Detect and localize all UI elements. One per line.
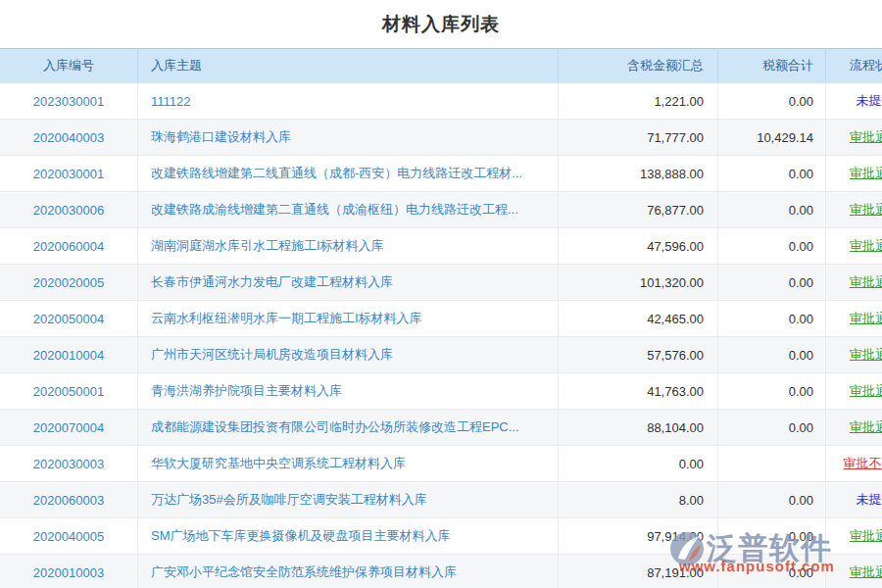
inbound-id-link[interactable]: 2020040003 [33,130,104,145]
amount-total-cell: 101,320.00 [559,265,718,301]
inbound-id-link[interactable]: 2020020005 [33,275,104,290]
flow-status-link[interactable]: 审批通过 [850,383,882,398]
inbound-id-cell: 2020070004 [0,410,138,446]
inbound-subject-link[interactable]: 湖南洞庭湖水库引水工程施工I标材料入库 [151,238,384,253]
table-row: 2020020005长春市伊通河水力发电厂改建工程材料入库101,320.000… [0,265,882,301]
inbound-id-link[interactable]: 2020050001 [33,384,104,399]
amount-total-cell: 41,763.00 [559,373,718,410]
column-header-flow-status: 流程状态 [826,49,882,83]
inbound-table: 入库编号 入库主题 含税金额汇总 税额合计 流程状态 2023030001111… [0,48,882,588]
flow-status-link[interactable]: 审批通过 [850,129,882,144]
inbound-id-link[interactable]: 2020050004 [33,312,104,326]
table-row: 2020040003珠海鹤港口建设材料入库71,777.0010,429.14审… [0,120,882,156]
inbound-subject-link[interactable]: 万达广场35#会所及咖啡厅空调安装工程材料入库 [151,492,427,507]
inbound-subject-cell: 改建铁路成渝线增建第二直通线（成渝枢纽）电力线路迁改工程... [138,192,559,228]
inbound-subject-cell: 长春市伊通河水力发电厂改建工程材料入库 [138,265,559,301]
inbound-id-link[interactable]: 2020030006 [33,203,104,218]
inbound-id-cell: 2020010003 [0,555,138,588]
amount-total-cell: 97,914.00 [559,518,718,555]
inbound-subject-cell: 111122 [138,83,559,120]
flow-status-cell: 未提交 [826,482,882,518]
flow-status-link[interactable]: 审批通过 [850,347,882,362]
flow-status-cell: 审批通过 [826,228,882,265]
inbound-id-cell: 2020030006 [0,192,138,228]
inbound-subject-cell: 华软大厦研究基地中央空调系统工程材料入库 [138,446,559,482]
inbound-subject-link[interactable]: 广安邓小平纪念馆安全防范系统维护保养项目材料入库 [151,564,457,579]
tax-total-cell: 0.00 [718,83,826,120]
flow-status-cell: 审批通过 [826,337,882,373]
inbound-id-cell: 2020030001 [0,156,138,192]
flow-status-link[interactable]: 审批通过 [850,419,882,434]
table-row: 20230300011111221,221.000.00未提交 [0,83,882,120]
inbound-subject-link[interactable]: 改建铁路成渝线增建第二直通线（成渝枢纽）电力线路迁改工程... [151,202,518,217]
flow-status-cell: 审批通过 [826,518,882,555]
flow-status-link[interactable]: 未提交 [857,492,882,507]
tax-total-cell: 0.00 [718,301,826,337]
inbound-id-link[interactable]: 2023030001 [33,94,104,109]
inbound-id-cell: 2020050004 [0,301,138,337]
table-row: 2020050004云南水利枢纽潜明水库一期工程施工I标材料入库42,465.0… [0,301,882,337]
inbound-subject-link[interactable]: 青海洪湖养护院项目主要材料入库 [151,383,342,398]
tax-total-cell: 0.00 [718,265,826,301]
column-header-subject: 入库主题 [138,49,559,83]
amount-total-cell: 0.00 [559,446,718,482]
table-body: 20230300011111221,221.000.00未提交202004000… [0,83,882,588]
tax-total-cell: 0.00 [718,410,826,446]
flow-status-link[interactable]: 审批通过 [850,202,882,217]
inbound-subject-link[interactable]: 成都能源建设集团投资有限公司临时办公场所装修改造工程EPC... [151,419,519,434]
flow-status-cell: 审批通过 [826,410,882,446]
inbound-subject-cell: 湖南洞庭湖水库引水工程施工I标材料入库 [138,228,559,265]
flow-status-cell: 审批通过 [826,301,882,337]
amount-total-cell: 76,877.00 [559,192,718,228]
inbound-id-link[interactable]: 2020010003 [33,565,104,580]
inbound-subject-link[interactable]: 改建铁路线增建第二线直通线（成都-西安）电力线路迁改工程材... [151,166,522,180]
inbound-id-link[interactable]: 2020070004 [33,420,104,435]
amount-total-cell: 71,777.00 [559,120,718,156]
table-row: 2020030003华软大厦研究基地中央空调系统工程材料入库0.00审批不通过 [0,446,882,482]
table-row: 2020040005SM广场地下车库更换摄像机及硬盘项目主要材料入库97,914… [0,518,882,555]
tax-total-cell: 0.00 [718,518,826,555]
flow-status-link[interactable]: 审批通过 [850,311,882,325]
inbound-id-cell: 2020010004 [0,337,138,373]
table-row: 2020010003广安邓小平纪念馆安全防范系统维护保养项目材料入库87,191… [0,555,882,588]
inbound-id-cell: 2023030001 [0,83,138,120]
table-row: 2020070004成都能源建设集团投资有限公司临时办公场所装修改造工程EPC.… [0,410,882,446]
inbound-subject-link[interactable]: 长春市伊通河水力发电厂改建工程材料入库 [151,274,393,289]
inbound-subject-cell: 改建铁路线增建第二线直通线（成都-西安）电力线路迁改工程材... [138,156,559,192]
inbound-subject-cell: 广州市天河区统计局机房改造项目材料入库 [138,337,559,373]
inbound-subject-link[interactable]: 华软大厦研究基地中央空调系统工程材料入库 [151,456,406,470]
inbound-id-link[interactable]: 2020060003 [33,493,104,508]
inbound-id-link[interactable]: 2020030003 [33,457,104,471]
inbound-subject-cell: SM广场地下车库更换摄像机及硬盘项目主要材料入库 [138,518,559,555]
flow-status-link[interactable]: 审批通过 [850,238,882,253]
inbound-subject-link[interactable]: SM广场地下车库更换摄像机及硬盘项目主要材料入库 [151,528,451,543]
table-row: 2020060003万达广场35#会所及咖啡厅空调安装工程材料入库8.000.0… [0,482,882,518]
flow-status-link[interactable]: 审批通过 [850,274,882,289]
inbound-subject-link[interactable]: 111122 [151,94,191,109]
flow-status-cell: 审批通过 [826,555,882,588]
inbound-id-link[interactable]: 2020030001 [33,167,104,181]
amount-total-cell: 47,596.00 [559,228,718,265]
flow-status-cell: 审批通过 [826,192,882,228]
inbound-subject-cell: 成都能源建设集团投资有限公司临时办公场所装修改造工程EPC... [138,410,559,446]
inbound-subject-link[interactable]: 广州市天河区统计局机房改造项目材料入库 [151,347,393,362]
inbound-subject-cell: 万达广场35#会所及咖啡厅空调安装工程材料入库 [138,482,559,518]
inbound-id-link[interactable]: 2020040005 [33,529,104,544]
flow-status-link[interactable]: 审批通过 [850,528,882,543]
flow-status-cell: 未提交 [826,83,882,120]
inbound-subject-link[interactable]: 云南水利枢纽潜明水库一期工程施工I标材料入库 [151,311,422,325]
inbound-id-link[interactable]: 2020060004 [33,239,104,254]
amount-total-cell: 87,191.00 [559,555,718,588]
table-row: 2020060004湖南洞庭湖水库引水工程施工I标材料入库47,596.000.… [0,228,882,265]
flow-status-link[interactable]: 审批不通过 [844,456,882,470]
flow-status-link[interactable]: 审批通过 [850,564,882,579]
inbound-id-link[interactable]: 2020010004 [33,348,104,363]
tax-total-cell: 0.00 [718,555,826,588]
amount-total-cell: 138,888.00 [559,156,718,192]
inbound-id-cell: 2020040005 [0,518,138,555]
inbound-subject-link[interactable]: 珠海鹤港口建设材料入库 [151,129,291,144]
flow-status-link[interactable]: 审批通过 [850,166,882,180]
flow-status-link[interactable]: 未提交 [857,93,882,108]
inbound-id-cell: 2020020005 [0,265,138,301]
table-row: 2020030001改建铁路线增建第二线直通线（成都-西安）电力线路迁改工程材.… [0,156,882,192]
